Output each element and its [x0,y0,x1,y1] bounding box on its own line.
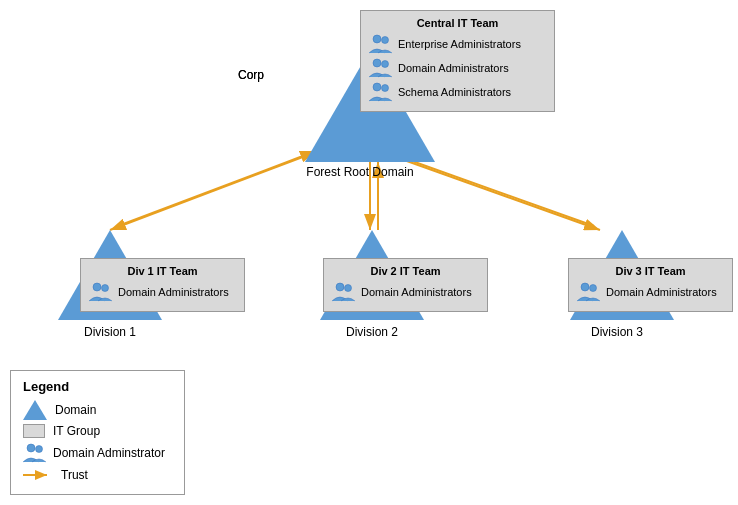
div1-label: Division 1 [55,325,165,339]
svg-point-11 [373,83,381,91]
central-row-1: Enterprise Administrators [369,33,546,55]
svg-point-10 [382,61,389,68]
div1-row-1: Domain Administrators [89,281,236,303]
svg-point-12 [382,85,389,92]
central-it-box: Central IT Team Enterprise Administrator… [360,10,555,112]
div3-label: Division 3 [557,325,677,339]
legend-domainadmin: Domain Adminstrator [23,442,172,464]
user-icon-2 [369,57,393,79]
legend-domain-label: Domain [55,403,96,417]
legend-itgroup-label: IT Group [53,424,100,438]
corp-text: Corp [238,68,264,82]
div2-row-1-text: Domain Administrators [361,286,472,298]
legend-domain: Domain [23,400,172,420]
svg-point-8 [382,37,389,44]
svg-point-16 [345,285,352,292]
div3-row-1-text: Domain Administrators [606,286,717,298]
legend-title: Legend [23,379,172,394]
user-icon-1 [369,33,393,55]
svg-point-15 [336,283,344,291]
div2-user-icon [332,281,356,303]
legend-arrow-icon [23,469,53,481]
div1-it-box: Div 1 IT Team Domain Administrators [80,258,245,312]
svg-line-5 [390,155,600,230]
central-row-1-text: Enterprise Administrators [398,38,521,50]
svg-line-1 [110,155,308,230]
central-it-title: Central IT Team [369,17,546,29]
legend-user-icon [23,442,47,464]
div2-label: Division 2 [317,325,427,339]
svg-point-13 [93,283,101,291]
div1-row-1-text: Domain Administrators [118,286,229,298]
svg-point-9 [373,59,381,67]
div3-row-1: Domain Administrators [577,281,724,303]
svg-line-6 [384,151,594,226]
diagram-container: Corp Forest Root Domain Central IT Team … [0,0,738,400]
central-row-3-text: Schema Administrators [398,86,511,98]
div2-row-1: Domain Administrators [332,281,479,303]
div1-user-icon [89,281,113,303]
svg-point-20 [36,446,43,453]
svg-point-18 [590,285,597,292]
user-icon-3 [369,81,393,103]
legend-trust-label: Trust [61,468,88,482]
central-row-3: Schema Administrators [369,81,546,103]
div2-it-box: Div 2 IT Team Domain Administrators [323,258,488,312]
forest-root-label: Forest Root Domain [300,165,420,179]
legend-triangle-icon [23,400,47,420]
legend-domainadmin-label: Domain Adminstrator [53,446,165,460]
div3-it-title: Div 3 IT Team [577,265,724,277]
legend-itgroup: IT Group [23,424,172,438]
central-row-2: Domain Administrators [369,57,546,79]
div3-user-icon [577,281,601,303]
div1-it-title: Div 1 IT Team [89,265,236,277]
svg-point-17 [581,283,589,291]
central-row-2-text: Domain Administrators [398,62,509,74]
svg-point-14 [102,285,109,292]
svg-point-19 [27,444,35,452]
legend-trust: Trust [23,468,172,482]
legend-box: Legend Domain IT Group Domain Adminstrat… [10,370,185,495]
svg-point-7 [373,35,381,43]
svg-line-2 [118,151,316,226]
div2-it-title: Div 2 IT Team [332,265,479,277]
div3-it-box: Div 3 IT Team Domain Administrators [568,258,733,312]
legend-box-icon [23,424,45,438]
